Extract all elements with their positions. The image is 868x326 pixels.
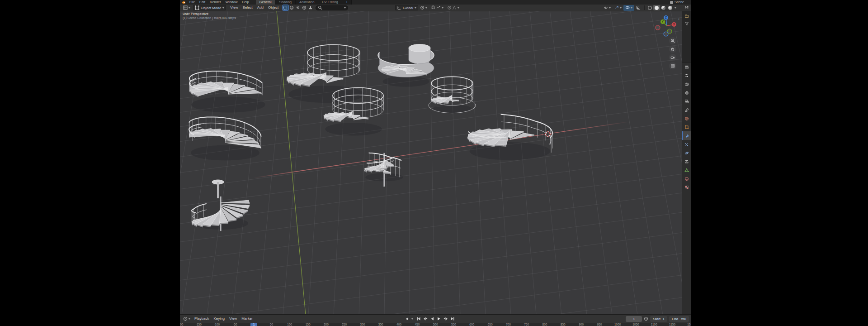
output-icon xyxy=(684,91,689,95)
prev-keyframe-button[interactable] xyxy=(422,316,429,322)
editor-type-icon xyxy=(684,65,689,69)
vertex-paint-icon[interactable] xyxy=(295,5,301,10)
properties-tab-particles[interactable] xyxy=(682,140,691,149)
properties-tab-view-layer[interactable] xyxy=(682,97,691,105)
viewport-menu-add[interactable]: Add xyxy=(255,5,266,10)
timeline-menu-view[interactable]: View xyxy=(227,316,239,321)
shading-material-preview-button[interactable] xyxy=(660,5,667,10)
properties-tab-object[interactable] xyxy=(682,123,691,131)
mode-select[interactable]: Object Mode xyxy=(193,5,226,10)
scene-selector[interactable]: Scene xyxy=(670,0,691,5)
blender-logo-icon[interactable] xyxy=(182,1,186,4)
gizmo-axis--x[interactable] xyxy=(656,25,660,30)
select-box-icon[interactable] xyxy=(283,5,288,10)
snap-target-select[interactable] xyxy=(436,5,445,11)
gizmos-dropdown[interactable] xyxy=(613,5,623,11)
globe-icon[interactable] xyxy=(302,5,307,10)
next-keyframe-button[interactable] xyxy=(443,316,449,322)
ruler-label: 1100 xyxy=(651,323,657,326)
ruler-label: -100 xyxy=(214,323,220,326)
frame-start-field[interactable]: Start 1 xyxy=(650,316,667,322)
properties-tabs xyxy=(682,62,691,314)
play-reverse-button[interactable] xyxy=(429,316,435,322)
timeline-menu-playback[interactable]: Playback xyxy=(192,316,211,321)
snap-toggle[interactable] xyxy=(429,5,436,11)
proportional-falloff-select[interactable] xyxy=(452,5,461,11)
jump-to-end-button[interactable] xyxy=(449,316,456,322)
object-data-icon xyxy=(684,168,689,173)
modifiers-icon xyxy=(685,134,689,138)
viewport-menu-view[interactable]: View xyxy=(228,5,240,10)
sidebar-collapse-arrow[interactable]: ‹ xyxy=(678,17,679,21)
viewport-3d[interactable]: ZXY‹ User Perspective (1) Scene Collecti… xyxy=(180,11,682,315)
properties-tab-render[interactable] xyxy=(682,80,691,88)
timeline-menu-keying[interactable]: Keying xyxy=(211,316,226,321)
pan-hand-button[interactable] xyxy=(669,46,676,53)
gizmo-axis--z[interactable] xyxy=(664,32,668,36)
ruler-label: 300 xyxy=(360,323,365,326)
properties-tab-editor-type[interactable] xyxy=(682,62,691,71)
pivot-point-select[interactable] xyxy=(418,5,429,11)
shading-mode-group xyxy=(646,5,674,10)
frame-end-field[interactable]: End 750 xyxy=(669,316,689,322)
transform-orientation-select[interactable]: Global xyxy=(395,5,418,10)
menu-help[interactable]: Help xyxy=(240,0,251,5)
use-preview-range-icon[interactable] xyxy=(644,316,648,321)
wireframe-icon xyxy=(648,6,652,10)
workspace-tab-animation[interactable]: Animation xyxy=(296,0,318,5)
proportional-editing-toggle[interactable] xyxy=(445,5,452,11)
show-object-types-dropdown[interactable] xyxy=(602,5,613,11)
workspace-tab-general[interactable]: General xyxy=(256,0,276,5)
editor-type-3d-viewport-icon[interactable] xyxy=(181,5,192,11)
zoom-button[interactable] xyxy=(669,37,676,44)
camera-view-button[interactable] xyxy=(669,54,676,61)
ruler-label: 750 xyxy=(524,323,529,326)
workspace-tab-uv-editing[interactable]: UV Editing xyxy=(318,0,342,5)
timeline-menu-marker[interactable]: Marker xyxy=(239,316,255,321)
ruler-label: 1000 xyxy=(614,323,621,326)
outliner-header[interactable] xyxy=(682,5,691,11)
workspace-tab--[interactable]: + xyxy=(342,0,352,5)
outliner-icon xyxy=(684,5,689,10)
properties-tab-scene[interactable] xyxy=(682,105,691,114)
search-input[interactable] xyxy=(316,5,348,10)
viewport-canvas[interactable]: ZXY‹ xyxy=(180,11,682,315)
timeline-ruler[interactable]: -200-150-100-505010015020025030035040045… xyxy=(180,323,691,326)
stamp-icon[interactable] xyxy=(308,5,314,10)
properties-tab-object-data[interactable] xyxy=(682,166,691,174)
menu-render[interactable]: Render xyxy=(208,0,223,5)
menu-edit[interactable]: Edit xyxy=(197,0,208,5)
properties-tab-world[interactable] xyxy=(682,114,691,123)
properties-tab-tool[interactable] xyxy=(682,71,691,80)
current-frame-field[interactable]: 1 xyxy=(626,316,642,322)
menu-window[interactable]: Window xyxy=(223,0,240,5)
properties-tab-physics[interactable] xyxy=(682,149,691,157)
shading-rendered-button[interactable] xyxy=(667,5,674,10)
properties-tab-modifiers[interactable] xyxy=(682,131,691,140)
overlays-dropdown[interactable] xyxy=(623,5,634,11)
viewport-menu-object[interactable]: Object xyxy=(266,5,281,10)
properties-tab-output[interactable] xyxy=(682,88,691,97)
properties-tab-material[interactable] xyxy=(682,174,691,183)
ruler-label: 450 xyxy=(415,323,420,326)
timeline-editor-type[interactable] xyxy=(181,316,192,322)
ruler-label: 950 xyxy=(597,323,602,326)
viewport-menu-select[interactable]: Select xyxy=(241,5,255,10)
toggle-ortho-button[interactable] xyxy=(669,62,676,70)
ruler-label: 900 xyxy=(579,323,584,326)
properties-tab-constraints[interactable] xyxy=(682,157,691,166)
sphere-icon[interactable] xyxy=(289,5,295,10)
play-button[interactable] xyxy=(436,316,442,322)
shading-wireframe-button[interactable] xyxy=(646,5,653,10)
menu-file[interactable]: File xyxy=(187,0,197,5)
xray-toggle[interactable] xyxy=(634,5,642,11)
outliner-body[interactable] xyxy=(682,11,691,62)
shading-solid-button[interactable] xyxy=(653,5,660,10)
auto-keying-record-button[interactable] xyxy=(404,316,410,322)
right-strip xyxy=(682,5,691,314)
ruler-label: 200 xyxy=(324,323,329,326)
properties-tab-texture[interactable] xyxy=(682,183,691,192)
workspace-tab-shading[interactable]: Shading xyxy=(275,0,296,5)
solid-icon xyxy=(655,6,659,10)
jump-to-start-button[interactable] xyxy=(415,316,422,322)
